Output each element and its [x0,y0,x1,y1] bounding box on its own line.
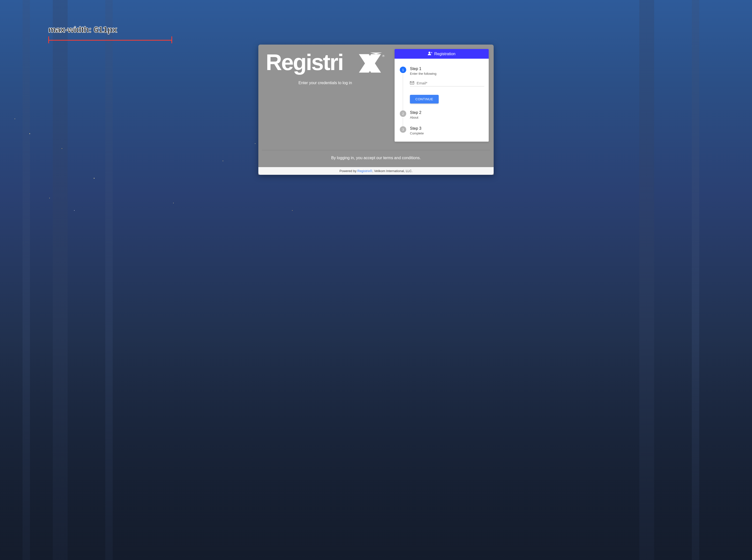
step-3-title: Step 3 [410,126,484,131]
svg-rect-5 [431,52,432,53]
tos-text: By logging in, you accept our terms and … [258,150,494,167]
registration-panel: Registration 1 Step 1 Enter the followin… [394,49,489,142]
credentials-text: Enter your credentials to log in [298,81,352,85]
annotation-bracket [48,36,172,43]
step-3-number: 3 [400,126,406,133]
email-input[interactable] [417,81,484,85]
user-plus-icon [428,52,432,56]
registrix-link[interactable]: Registrix® [358,169,372,173]
panel-title: Registration [434,52,455,56]
step-1-subtitle: Enter the following [410,72,484,76]
devtool-annotation: max-width: 611px [48,25,172,43]
svg-text:Registri: Registri [266,52,343,75]
svg-marker-1 [370,53,382,54]
envelope-icon [410,81,414,85]
step-1: 1 Step 1 Enter the following CON [399,66,484,103]
step-3-subtitle: Complete [410,132,484,135]
step-3: 3 Step 3 Complete [399,126,484,135]
step-1-number: 1 [400,66,406,73]
step-1-form: CONTINUE [410,81,484,103]
powered-prefix: Powered by [339,169,357,173]
panel-header: Registration [394,49,489,59]
step-1-title: Step 1 [410,66,484,71]
powered-suffix: , Velikom International, LLC. [372,169,413,173]
email-field-row [410,81,484,86]
registrix-logo: Registri ® [266,49,385,81]
step-2-title: Step 2 [410,111,484,115]
step-2: 2 Step 2 About [399,111,484,119]
annotation-label: max-width: 611px [48,25,172,35]
svg-text:®: ® [382,54,384,57]
stepper: 1 Step 1 Enter the following CON [394,59,489,142]
continue-button[interactable]: CONTINUE [410,95,439,103]
auth-card: Registri ® Enter your credentials to log… [258,44,494,175]
step-2-number: 2 [400,111,406,117]
svg-point-3 [428,52,430,54]
step-2-subtitle: About [410,116,484,119]
auth-left-pane: Registri ® Enter your credentials to log… [263,49,387,145]
powered-bar: Powered by Registrix®, Velikom Internati… [258,167,494,175]
